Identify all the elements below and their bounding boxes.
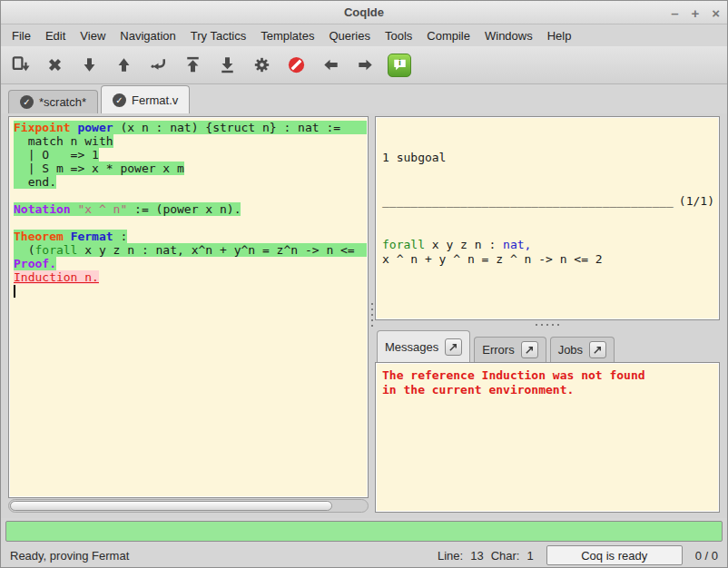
menu-view[interactable]: View [73,26,113,45]
window-title: CoqIde [1,5,727,19]
detach-arrow-icon [525,345,535,355]
go-to-cursor-button[interactable] [146,54,170,77]
step-backward-icon [113,54,134,75]
code-line [14,189,367,202]
code-line [14,284,367,298]
script-editor-frame: Fixpoint power (x n : nat) {struct n} : … [8,116,369,498]
step-forward-button[interactable] [77,54,101,77]
status-right: Line: 13 Char: 1 Coq is ready 0 / 0 [438,545,718,565]
script-pane: Fixpoint power (x n : nat) {struct n} : … [8,116,369,513]
line-value: 13 [470,549,483,563]
script-editor[interactable]: Fixpoint power (x n : nat) {struct n} : … [10,118,367,496]
code-line: | S m => x * power x m [14,162,367,175]
message-line: in the current environment. [382,383,714,397]
vertical-splitter[interactable] [369,116,375,513]
forward-button[interactable] [353,54,377,77]
run-to-end-button[interactable] [215,54,239,77]
interrupt-button[interactable] [284,54,308,77]
coq-state-button[interactable]: Coq is ready [546,545,683,565]
code-line: Fixpoint power (x n : nat) {struct n} : … [14,121,367,134]
tab-label: Jobs [558,343,583,357]
goal-counter: (1/1) [679,194,714,209]
menu-queries[interactable]: Queries [321,26,378,45]
close-button[interactable] [43,54,66,77]
status-message: Ready, proving Fermat [10,549,438,563]
workers-counter: 0 / 0 [695,549,718,563]
menu-tools[interactable]: Tools [378,26,419,45]
close-icon [44,54,65,75]
code-line: match n with [14,134,367,148]
document-tab-bar: ✓*scratch*✓Fermat.v [1,84,727,113]
code-line: end. [14,175,367,189]
menu-compile[interactable]: Compile [419,26,477,45]
coqide-window: CoqIde – + × FileEditViewNavigationTry T… [0,0,728,568]
main-split-area: Fixpoint power (x n : nat) {struct n} : … [1,113,727,518]
menu-file[interactable]: File [5,26,38,45]
back-icon [320,54,341,75]
window-controls: – + × [671,1,720,24]
go-to-cursor-icon [148,54,169,75]
scrollbar-thumb[interactable] [10,501,332,511]
char-value: 1 [526,549,533,563]
tab-messages[interactable]: Messages [377,330,470,362]
tab-jobs[interactable]: Jobs [550,337,615,362]
char-label: Char: [491,549,520,563]
close-icon[interactable]: × [712,6,720,20]
step-backward-button[interactable] [112,54,135,77]
minimize-icon[interactable]: – [671,6,678,20]
progress-area [1,518,727,544]
text-cursor [14,285,15,298]
menu-edit[interactable]: Edit [38,26,73,45]
back-button[interactable] [319,54,342,77]
menu-help[interactable]: Help [540,26,579,45]
status-bar: Ready, proving Fermat Line: 13 Char: 1 C… [1,544,727,567]
goal-separator: ________________________________________… [382,194,714,209]
code-line: x ^ n + y ^ n = z ^ n -> n <= 2 [382,252,714,267]
step-forward-icon [79,54,100,75]
tab-scratch[interactable]: ✓*scratch* [8,90,98,113]
tab-label: Fermat.v [132,93,178,107]
title-bar[interactable]: CoqIde – + × [1,1,727,24]
messages-frame: The reference Induction was not foundin … [375,362,720,513]
run-to-start-button[interactable] [181,54,204,77]
menu-templates[interactable]: Templates [253,26,321,45]
detach-button[interactable] [445,338,462,356]
menu-try-tactics[interactable]: Try Tactics [183,26,253,45]
menu-navigation[interactable]: Navigation [113,26,182,45]
tab-fermat-v[interactable]: ✓Fermat.v [101,85,190,113]
detach-button[interactable] [589,341,606,358]
line-label: Line: [438,549,463,563]
interrupt-icon [286,54,307,75]
tab-check-icon: ✓ [113,93,126,107]
run-to-end-icon [217,54,238,75]
maximize-icon[interactable]: + [691,6,699,20]
goal-statement: forall x y z n : nat,x ^ n + y ^ n = z ^… [382,238,714,267]
menu-windows[interactable]: Windows [477,26,540,45]
code-line: Proof. [14,257,367,270]
code-line: Induction n. [14,270,367,284]
tab-label: Errors [482,343,514,357]
horizontal-splitter[interactable] [375,320,720,329]
horizontal-scrollbar[interactable] [8,499,369,513]
detach-button[interactable] [521,341,538,358]
save-button[interactable] [8,54,32,77]
forward-icon [355,54,376,75]
tab-errors[interactable]: Errors [474,337,546,362]
code-line: forall x y z n : nat, [382,238,714,252]
code-line: Theorem Fermat : [14,230,367,243]
settings-icon [251,54,272,75]
separator-line: ________________________________________… [382,194,674,209]
about-button[interactable]: i [388,54,411,77]
save-icon [10,54,31,75]
message-line: The reference Induction was not found [382,368,714,383]
progress-bar [5,521,723,542]
detach-arrow-icon [593,345,603,355]
settings-button[interactable] [250,54,273,77]
proof-pane: 1 subgoal ______________________________… [375,116,720,513]
tab-label: Messages [385,340,438,354]
toolbar: i [1,46,727,84]
messages-view[interactable]: The reference Induction was not foundin … [377,364,718,511]
goals-view[interactable]: 1 subgoal ______________________________… [377,118,718,318]
about-icon: i [389,54,410,75]
tab-check-icon: ✓ [20,95,34,109]
